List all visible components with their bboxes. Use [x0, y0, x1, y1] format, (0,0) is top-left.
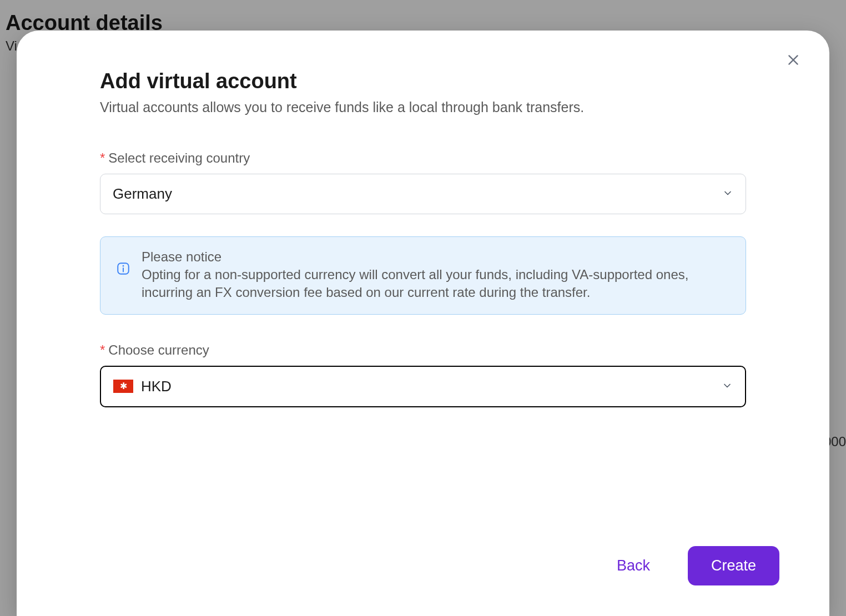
country-select[interactable]: Germany: [100, 174, 746, 214]
create-button[interactable]: Create: [688, 546, 779, 585]
currency-select[interactable]: ✱ HKD: [100, 366, 746, 407]
country-label: * Select receiving country: [100, 150, 746, 166]
svg-point-4: [123, 265, 124, 267]
close-button[interactable]: [782, 50, 804, 72]
required-marker: *: [100, 150, 105, 166]
modal-title: Add virtual account: [100, 69, 746, 93]
country-value: Germany: [113, 185, 172, 203]
modal-description: Virtual accounts allows you to receive f…: [100, 98, 746, 117]
close-icon: [786, 53, 800, 69]
flag-hk-icon: ✱: [113, 380, 133, 393]
currency-label: * Choose currency: [100, 342, 746, 358]
chevron-down-icon: [722, 185, 733, 203]
notice-banner: Please notice Opting for a non-supported…: [100, 236, 746, 315]
currency-field: * Choose currency ✱ HKD: [100, 342, 746, 407]
modal-footer: Back Create: [607, 546, 779, 585]
chevron-down-icon: [722, 378, 733, 395]
notice-body: Opting for a non-supported currency will…: [142, 266, 730, 302]
info-icon: [116, 261, 130, 276]
currency-value: HKD: [141, 378, 172, 395]
back-button[interactable]: Back: [607, 553, 660, 579]
notice-title: Please notice: [142, 249, 730, 265]
required-marker: *: [100, 342, 105, 358]
country-field: * Select receiving country Germany: [100, 150, 746, 214]
add-virtual-account-modal: Add virtual account Virtual accounts all…: [17, 31, 829, 616]
